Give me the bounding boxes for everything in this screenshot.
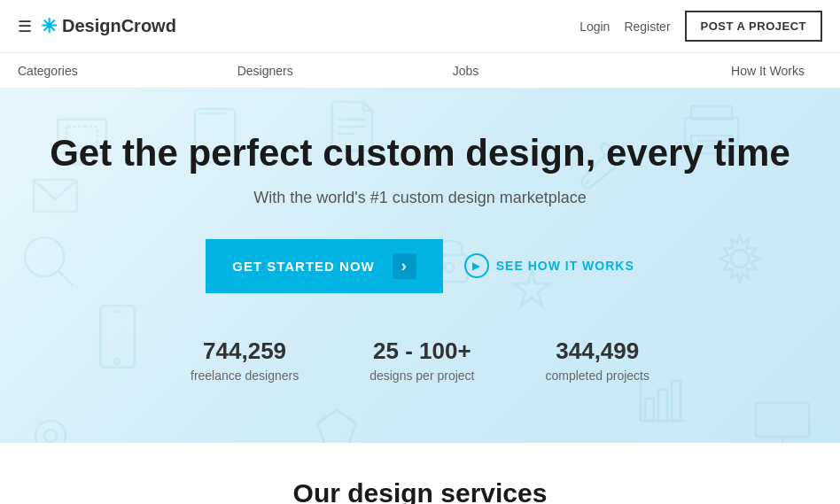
header: ☰ ✳ DesignCrowd Login Register POST A PR… xyxy=(0,0,840,53)
svg-line-13 xyxy=(58,271,73,285)
stat-item-designs: 25 - 100+ designs per project xyxy=(369,337,474,383)
nav-item-how-it-works[interactable]: How It Works xyxy=(731,64,822,78)
svg-point-15 xyxy=(114,359,120,364)
svg-rect-26 xyxy=(672,381,681,421)
svg-rect-24 xyxy=(645,399,654,421)
logo-icon: ✳ xyxy=(41,15,57,38)
login-link[interactable]: Login xyxy=(579,19,610,34)
header-left: ☰ ✳ DesignCrowd xyxy=(18,15,176,38)
arrow-icon: › xyxy=(393,253,416,279)
logo[interactable]: ✳ DesignCrowd xyxy=(41,15,176,38)
stat-item-projects: 344,499 completed projects xyxy=(545,337,649,383)
svg-point-18 xyxy=(731,250,749,268)
nav-item-designers[interactable]: Designers xyxy=(237,64,311,78)
services-section: Our design services xyxy=(0,443,840,504)
stat-number-designs: 25 - 100+ xyxy=(369,337,474,365)
play-icon: ▶ xyxy=(464,253,489,278)
stat-number-designers: 744,259 xyxy=(191,337,299,365)
post-project-button[interactable]: POST A PROJECT xyxy=(685,11,822,42)
hero-title: Get the perfect custom design, every tim… xyxy=(50,131,790,175)
svg-line-35 xyxy=(586,181,589,184)
svg-rect-25 xyxy=(658,390,667,421)
stat-item-designers: 744,259 freelance designers xyxy=(191,337,299,383)
nav-item-categories[interactable]: Categories xyxy=(18,64,96,78)
get-started-button[interactable]: GET STARTED NOW › xyxy=(206,239,443,293)
svg-point-17 xyxy=(44,430,57,442)
services-title: Our design services xyxy=(18,478,822,504)
stat-label-designers: freelance designers xyxy=(191,368,299,383)
stat-number-projects: 344,499 xyxy=(545,337,649,365)
register-link[interactable]: Register xyxy=(624,19,670,34)
see-how-label: SEE HOW IT WORKS xyxy=(496,259,634,273)
hamburger-icon[interactable]: ☰ xyxy=(18,17,32,36)
logo-text: DesignCrowd xyxy=(62,16,176,36)
hero-buttons: GET STARTED NOW › ▶ SEE HOW IT WORKS xyxy=(206,239,634,293)
get-started-label: GET STARTED NOW xyxy=(232,259,375,274)
svg-rect-8 xyxy=(691,106,732,120)
hero-subtitle: With the world's #1 custom design market… xyxy=(253,189,587,207)
svg-rect-14 xyxy=(100,306,135,368)
stat-label-designs: designs per project xyxy=(369,368,474,383)
nav-bar: Categories Designers Jobs How It Works xyxy=(0,53,840,89)
svg-rect-19 xyxy=(756,403,809,437)
svg-marker-34 xyxy=(317,410,356,443)
see-how-button[interactable]: ▶ SEE HOW IT WORKS xyxy=(464,253,634,278)
stats-container: 744,259 freelance designers 25 - 100+ de… xyxy=(191,337,649,383)
nav-item-jobs[interactable]: Jobs xyxy=(453,64,497,78)
svg-point-12 xyxy=(25,237,64,276)
stat-label-projects: completed projects xyxy=(545,368,649,383)
hero-section: Get the perfect custom design, every tim… xyxy=(0,89,840,443)
header-right: Login Register POST A PROJECT xyxy=(579,11,822,42)
svg-rect-32 xyxy=(34,180,77,212)
